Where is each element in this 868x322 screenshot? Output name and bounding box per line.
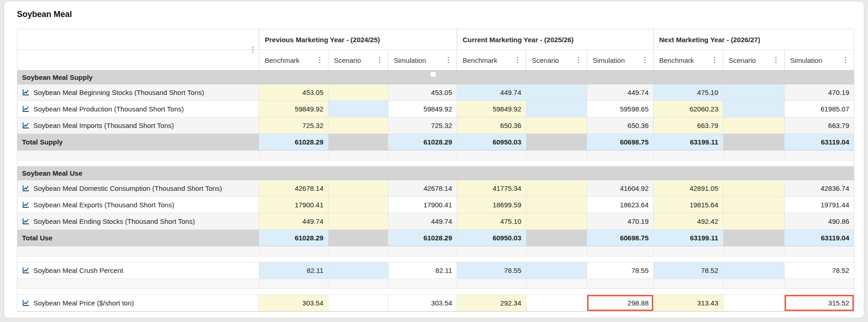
value-cell[interactable] — [723, 197, 784, 213]
value-cell[interactable] — [328, 197, 388, 213]
line-chart-icon[interactable] — [22, 218, 30, 225]
value-cell[interactable]: 313.43 — [653, 295, 723, 311]
value-cell[interactable] — [328, 117, 388, 133]
column-menu-icon[interactable]: ⋮ — [842, 56, 849, 64]
value-cell[interactable]: 78.55 — [587, 262, 653, 278]
value-cell[interactable]: 492.42 — [653, 213, 723, 229]
value-cell[interactable]: 42678.14 — [259, 180, 328, 196]
value-cell[interactable] — [723, 180, 784, 196]
spacer-cell — [784, 279, 854, 289]
value-cell[interactable]: 663.79 — [784, 117, 854, 133]
value-cell[interactable]: 470.19 — [784, 84, 854, 100]
column-menu-icon[interactable]: ⋮ — [641, 56, 649, 64]
value-cell[interactable] — [328, 84, 388, 100]
value-cell[interactable]: 42836.74 — [784, 180, 854, 196]
value-cell[interactable]: 59849.92 — [457, 101, 526, 117]
value-cell[interactable] — [723, 117, 784, 133]
value-cell[interactable]: 663.79 — [653, 117, 723, 133]
value-cell[interactable] — [328, 295, 388, 311]
value-cell: 63199.11 — [653, 230, 723, 246]
line-chart-icon[interactable] — [22, 122, 30, 129]
value-cell[interactable]: 82.11 — [259, 262, 328, 278]
line-chart-icon[interactable] — [22, 201, 30, 208]
value-cell[interactable]: 725.32 — [388, 117, 457, 133]
value-cell[interactable] — [723, 101, 784, 117]
value-cell[interactable]: 449.74 — [457, 84, 526, 100]
line-chart-icon[interactable] — [22, 300, 30, 306]
value-cell[interactable] — [723, 213, 784, 229]
value-cell[interactable] — [328, 262, 388, 278]
value-cell[interactable]: 475.10 — [457, 213, 526, 229]
value-cell[interactable]: 82.11 — [388, 262, 457, 278]
highlighted-value-cell[interactable]: 315.52 — [784, 295, 854, 311]
value-cell[interactable] — [526, 197, 587, 213]
highlighted-value-cell[interactable]: 298.88 — [587, 295, 653, 311]
line-chart-icon[interactable] — [22, 185, 30, 192]
value-cell[interactable]: 59849.92 — [388, 101, 457, 117]
column-menu-icon[interactable]: ⋮ — [711, 56, 718, 64]
value-cell[interactable]: 42891.05 — [653, 180, 723, 196]
column-menu-icon[interactable]: ⋮ — [514, 56, 521, 64]
value-cell[interactable]: 17900.41 — [259, 197, 328, 213]
value-cell[interactable]: 303.54 — [259, 295, 328, 311]
value-cell[interactable] — [328, 180, 388, 196]
value-cell[interactable] — [723, 84, 784, 100]
value-cell[interactable]: 41775.34 — [457, 180, 526, 196]
spacer-row — [17, 150, 854, 161]
column-menu-icon[interactable]: ⋮ — [316, 56, 323, 64]
value-cell[interactable]: 18623.64 — [587, 197, 653, 213]
value-cell[interactable] — [526, 213, 587, 229]
value-cell[interactable]: 453.05 — [259, 84, 328, 100]
value-cell[interactable]: 59849.92 — [259, 101, 328, 117]
line-chart-icon[interactable] — [22, 89, 30, 96]
value-cell[interactable]: 449.74 — [259, 213, 328, 229]
table-menu-icon[interactable]: ⋮ — [249, 46, 257, 53]
value-cell[interactable]: 78.52 — [653, 262, 723, 278]
value-cell[interactable]: 453.05 — [388, 84, 457, 100]
value-cell[interactable]: 650.36 — [587, 117, 653, 133]
value-cell[interactable]: 61985.07 — [784, 101, 854, 117]
value-cell[interactable]: 78.55 — [457, 262, 526, 278]
value-cell[interactable] — [526, 262, 587, 278]
value-cell[interactable]: 78.52 — [784, 262, 854, 278]
value-cell[interactable]: 41604.92 — [587, 180, 653, 196]
value-cell[interactable]: 490.86 — [784, 213, 854, 229]
value-cell[interactable] — [526, 180, 587, 196]
value-cell[interactable]: 17900.41 — [388, 197, 457, 213]
value-cell[interactable]: 650.36 — [457, 117, 526, 133]
psd-table: Previous Marketing Year - (2024/25)Curre… — [17, 29, 854, 312]
value-cell[interactable] — [526, 295, 587, 311]
table-row: Soybean Meal Crush Percent82.1182.1178.5… — [17, 262, 854, 279]
value-cell[interactable]: 475.10 — [653, 84, 723, 100]
value-cell[interactable]: 19791.44 — [784, 197, 854, 213]
column-menu-icon[interactable]: ⋮ — [445, 56, 452, 64]
value-cell[interactable]: 449.74 — [587, 84, 653, 100]
spacer-cell — [328, 150, 388, 160]
value-cell[interactable] — [723, 295, 784, 311]
row-label-text: Soybean Meal Imports (Thousand Short Ton… — [33, 122, 174, 129]
value-cell[interactable]: 59598.65 — [587, 101, 653, 117]
value-cell[interactable]: 62060.23 — [653, 101, 723, 117]
value-cell[interactable] — [723, 262, 784, 278]
value-cell[interactable]: 449.74 — [388, 213, 457, 229]
value-cell[interactable]: 725.32 — [259, 117, 328, 133]
value-cell[interactable] — [328, 101, 388, 117]
line-chart-icon[interactable] — [22, 267, 30, 274]
value-cell[interactable] — [526, 101, 587, 117]
value-cell[interactable] — [328, 213, 388, 229]
column-menu-icon[interactable]: ⋮ — [376, 56, 383, 64]
line-chart-icon[interactable] — [22, 105, 30, 112]
section-label: Soybean Meal Supply — [17, 71, 854, 84]
column-header-label: Benchmark — [265, 56, 300, 64]
value-cell[interactable]: 470.19 — [587, 213, 653, 229]
value-cell[interactable]: 19815.64 — [653, 197, 723, 213]
value-cell[interactable]: 303.54 — [388, 295, 457, 311]
value-cell[interactable]: 42678.14 — [388, 180, 457, 196]
value-cell[interactable]: 292.34 — [457, 295, 526, 311]
column-menu-icon[interactable]: ⋮ — [772, 56, 780, 64]
value-cell[interactable]: 18699.59 — [457, 197, 526, 213]
series-header-row: Benchmark⋮Scenario⋮Simulation⋮Benchmark⋮… — [17, 50, 854, 71]
value-cell[interactable] — [526, 117, 587, 133]
column-menu-icon[interactable]: ⋮ — [575, 56, 582, 64]
value-cell[interactable] — [526, 84, 587, 100]
